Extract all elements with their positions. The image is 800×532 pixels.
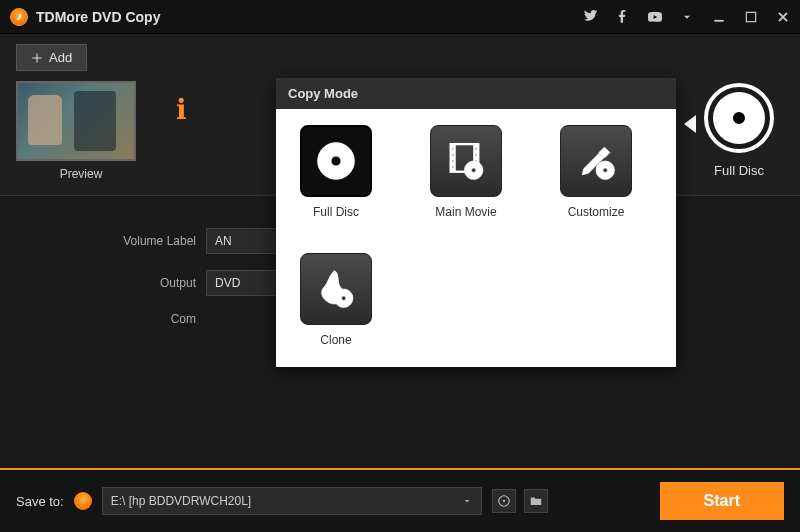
svg-point-5 bbox=[331, 156, 341, 166]
plus-icon bbox=[31, 52, 43, 64]
svg-rect-13 bbox=[475, 147, 477, 150]
svg-point-3 bbox=[503, 500, 505, 502]
start-button[interactable]: Start bbox=[660, 482, 784, 520]
preview-thumbnail[interactable] bbox=[16, 81, 136, 161]
svg-point-21 bbox=[603, 168, 608, 173]
customize-icon bbox=[560, 125, 632, 197]
mode-main-movie[interactable]: Main Movie bbox=[426, 125, 506, 219]
svg-rect-11 bbox=[452, 159, 454, 162]
save-to-label: Save to: bbox=[16, 494, 64, 509]
minimize-button[interactable] bbox=[712, 10, 726, 24]
maximize-button[interactable] bbox=[744, 10, 758, 24]
svg-rect-9 bbox=[452, 147, 454, 150]
svg-rect-14 bbox=[475, 153, 477, 156]
copy-mode-title: Copy Mode bbox=[276, 78, 676, 109]
folder-icon bbox=[529, 494, 543, 508]
preview-column: Preview bbox=[16, 81, 146, 181]
preview-label: Preview bbox=[16, 167, 146, 181]
mode-item-label: Customize bbox=[556, 205, 636, 219]
copy-mode-popup: Copy Mode Full Disc Main Movie bbox=[276, 78, 676, 367]
title-bar: TDMore DVD Copy bbox=[0, 0, 800, 34]
clone-icon bbox=[300, 253, 372, 325]
svg-point-18 bbox=[471, 168, 476, 173]
add-button-label: Add bbox=[49, 50, 72, 65]
svg-point-23 bbox=[341, 296, 346, 301]
common-label: Com bbox=[100, 312, 196, 326]
main-movie-icon bbox=[430, 125, 502, 197]
close-button[interactable] bbox=[776, 10, 790, 24]
youtube-icon[interactable] bbox=[648, 10, 662, 24]
iso-button[interactable] bbox=[492, 489, 516, 513]
facebook-icon[interactable] bbox=[616, 10, 630, 24]
info-icon: ℹ bbox=[176, 93, 187, 126]
save-logo-icon bbox=[74, 492, 92, 510]
svg-rect-1 bbox=[746, 12, 755, 21]
output-label: Output bbox=[100, 276, 196, 290]
svg-rect-12 bbox=[452, 166, 454, 169]
mode-item-label: Main Movie bbox=[426, 205, 506, 219]
full-disc-icon bbox=[300, 125, 372, 197]
dropdown-icon[interactable] bbox=[680, 10, 694, 24]
volume-label: Volume Label bbox=[100, 234, 196, 248]
chevron-down-icon bbox=[461, 495, 473, 507]
disc-icon bbox=[704, 83, 774, 153]
mode-full-disc[interactable]: Full Disc bbox=[296, 125, 376, 219]
disc-small-icon bbox=[497, 494, 511, 508]
bottom-bar: Save to: E:\ [hp BDDVDRWCH20L] Start bbox=[0, 468, 800, 532]
folder-button[interactable] bbox=[524, 489, 548, 513]
save-destination-value: E:\ [hp BDDVDRWCH20L] bbox=[111, 494, 252, 508]
current-mode[interactable]: Full Disc bbox=[694, 81, 784, 181]
mode-clone[interactable]: Clone bbox=[296, 253, 376, 347]
svg-rect-10 bbox=[452, 153, 454, 156]
toolbar: Add bbox=[0, 34, 800, 71]
svg-rect-0 bbox=[714, 19, 723, 21]
app-title: TDMore DVD Copy bbox=[36, 9, 160, 25]
app-logo bbox=[10, 8, 28, 26]
save-destination-select[interactable]: E:\ [hp BDDVDRWCH20L] bbox=[102, 487, 482, 515]
current-mode-label: Full Disc bbox=[714, 163, 764, 178]
twitter-icon[interactable] bbox=[584, 10, 598, 24]
mode-item-label: Clone bbox=[296, 333, 376, 347]
mode-item-label: Full Disc bbox=[296, 205, 376, 219]
add-button[interactable]: Add bbox=[16, 44, 87, 71]
mode-customize[interactable]: Customize bbox=[556, 125, 636, 219]
